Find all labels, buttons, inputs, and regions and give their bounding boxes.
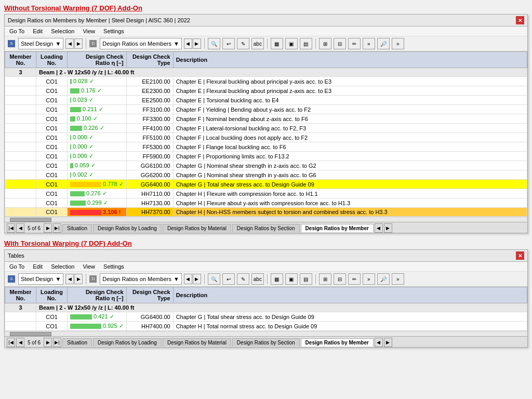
tab-item-2[interactable]: Design Ratios by Material <box>163 224 231 232</box>
toolbar-btn-5[interactable]: ▦ <box>271 38 283 49</box>
tab-last-btn[interactable]: ▶| <box>53 223 61 233</box>
table-row[interactable]: CO1 0.028 ✓ΕΕ2100.00Chapter E | Flexural… <box>5 77 527 86</box>
tab-item-4[interactable]: Design Ratios by Member <box>301 338 374 347</box>
tab-last-btn[interactable]: ▶| <box>53 338 61 347</box>
tab-prev-btn[interactable]: ◀ <box>16 338 24 347</box>
toolbar-btn-extra[interactable]: 🔎 <box>377 38 390 49</box>
top-close-button[interactable]: ✕ <box>516 16 524 24</box>
bottom-btn-10[interactable]: ✏ <box>348 273 361 285</box>
ratio-bar <box>70 201 86 206</box>
bottom-btn-extra[interactable]: 🔎 <box>377 273 390 285</box>
table-row[interactable]: CO1 0.000 ✓FF5100.00Chapter F | Local bu… <box>5 133 527 142</box>
col-member-no: MemberNo. <box>5 52 36 68</box>
tab-end-next[interactable]: ▶ <box>384 338 392 347</box>
menu-view[interactable]: View <box>81 28 97 35</box>
tab-prev-btn[interactable]: ◀ <box>16 223 24 233</box>
bottom-btn-9[interactable]: ⊟ <box>334 273 346 285</box>
table-row[interactable]: CO1 0.226 ✓FF4100.00Chapter F | Lateral-… <box>5 124 527 133</box>
tab-next-btn[interactable]: ▶ <box>44 338 52 347</box>
bottom-toolbar: S Steel Design ▼ ◀ ▶ D Design Ratios on … <box>5 272 527 287</box>
table-row[interactable]: CO1 0.925 ✓HH7400.00Chapter H | Total no… <box>5 322 527 331</box>
menu-selection[interactable]: Selection <box>49 28 76 35</box>
table-row[interactable]: CO1 0.421 ✓GG6400.00Chapter G | Total sh… <box>5 312 527 322</box>
bottom-btn-7[interactable]: ▤ <box>300 273 312 285</box>
table-row[interactable]: CO1 0.778 ✓GG6400.00Chapter G | Total sh… <box>5 180 527 189</box>
table-row[interactable]: CO1 0.276 ✓HH7110.00Chapter H | Flexure … <box>5 189 527 198</box>
steel-design-dropdown[interactable]: Steel Design ▼ <box>18 38 63 49</box>
toolbar-btn-10[interactable]: ✏ <box>348 38 361 49</box>
bottom-ratios-prev[interactable]: ◀ <box>184 274 192 284</box>
tab-item-1[interactable]: Design Ratios by Loading <box>93 338 162 347</box>
table-row[interactable]: CO1 0.100 ✓FF3300.00Chapter F | Nominal … <box>5 114 527 124</box>
toolbar-btn-3[interactable]: ✎ <box>237 38 249 49</box>
tab-next-btn[interactable]: ▶ <box>44 223 52 233</box>
top-data-table: MemberNo. LoadingNo. Design CheckRatio η… <box>5 51 527 217</box>
bottom-btn-3[interactable]: ✎ <box>237 273 249 285</box>
table-row[interactable]: CO1 0.059 ✓GG6100.00Chapter G | Nominal … <box>5 161 527 170</box>
tab-item-4[interactable]: Design Ratios by Member <box>301 224 374 232</box>
ratio-col: 0.778 ✓ <box>68 180 127 189</box>
bottom-menu-selection[interactable]: Selection <box>49 263 76 270</box>
bottom-menu-goto[interactable]: Go To <box>8 263 26 270</box>
menu-settings[interactable]: Settings <box>102 28 126 35</box>
table-row[interactable]: CO1 0.211 ✓FF3100.00Chapter F | Yielding… <box>5 105 527 114</box>
tab-first-btn[interactable]: |◀ <box>7 223 15 233</box>
tab-end-prev[interactable]: ◀ <box>375 338 383 347</box>
bottom-btn-8[interactable]: ⊞ <box>319 273 331 285</box>
member-col <box>5 152 36 161</box>
bottom-menu-view[interactable]: View <box>81 263 97 270</box>
bottom-ratios-next[interactable]: ▶ <box>193 274 201 284</box>
bottom-btn-4[interactable]: abc <box>251 273 264 285</box>
design-ratios-dropdown[interactable]: Design Ratios on Members ▼ <box>100 38 182 49</box>
tab-item-3[interactable]: Design Ratios by Section <box>232 338 300 347</box>
bottom-menu-edit[interactable]: Edit <box>31 263 44 270</box>
bottom-btn-more[interactable]: » <box>363 273 375 285</box>
bottom-steel-next[interactable]: ▶ <box>74 274 83 284</box>
type-col: FF5100.00 <box>126 133 173 142</box>
bottom-btn-more2[interactable]: » <box>392 273 404 285</box>
table-row[interactable]: CO1 3.106 !HH7370.00Chapter H | Non-HSS … <box>5 208 527 217</box>
ratios-prev-btn[interactable]: ◀ <box>184 38 192 49</box>
menu-goto[interactable]: Go To <box>8 28 26 35</box>
toolbar-btn-8[interactable]: ⊞ <box>319 38 331 49</box>
bottom-menubar: Go To Edit Selection View Settings <box>5 262 527 272</box>
tab-item-0[interactable]: Situation <box>62 338 92 347</box>
table-row[interactable]: CO1 0.023 ✓ΕΕ2500.00Chapter E | Torsiona… <box>5 96 527 105</box>
table-row[interactable]: CO1 0.000 ✓FF5300.00Chapter F | Flange l… <box>5 142 527 152</box>
steel-next-btn[interactable]: ▶ <box>74 38 83 49</box>
bottom-btn-1[interactable]: 🔍 <box>208 273 220 285</box>
table-row[interactable]: CO1 0.002 ✓GG6200.00Chapter G | Nominal … <box>5 170 527 180</box>
toolbar-btn-more2[interactable]: » <box>392 38 404 49</box>
tab-item-1[interactable]: Design Ratios by Loading <box>93 224 162 232</box>
toolbar-btn-1[interactable]: 🔍 <box>208 38 220 49</box>
bottom-steel-prev[interactable]: ◀ <box>65 274 74 284</box>
table-row[interactable]: CO1 0.176 ✓ΕΕ2300.00Chapter E | Flexural… <box>5 86 527 96</box>
tab-first-btn[interactable]: |◀ <box>7 338 15 347</box>
toolbar-btn-more[interactable]: » <box>363 38 375 49</box>
menu-edit[interactable]: Edit <box>31 28 44 35</box>
bottom-btn-6[interactable]: ▣ <box>285 273 298 285</box>
bottom-btn-5[interactable]: ▦ <box>271 273 283 285</box>
top-tabs-bar: |◀◀5 of 6▶▶|SituationDesign Ratios by Lo… <box>5 222 527 233</box>
tab-item-0[interactable]: Situation <box>62 224 92 232</box>
table-row[interactable]: CO1 0.299 ✓HH7130.00Chapter H | Flexure … <box>5 198 527 208</box>
ratios-next-btn[interactable]: ▶ <box>193 38 201 49</box>
bottom-scrollbar[interactable] <box>5 331 527 336</box>
bottom-design-dropdown[interactable]: Design Ratios on Members ▼ <box>100 273 182 285</box>
toolbar-btn-4[interactable]: abc <box>251 38 264 49</box>
tab-item-3[interactable]: Design Ratios by Section <box>232 224 300 232</box>
tab-end-prev[interactable]: ◀ <box>375 223 383 233</box>
bottom-menu-settings[interactable]: Settings <box>102 263 126 270</box>
tab-end-next[interactable]: ▶ <box>384 223 392 233</box>
bottom-steel-dropdown[interactable]: Steel Design ▼ <box>18 273 63 285</box>
toolbar-btn-7[interactable]: ▤ <box>300 38 312 49</box>
steel-prev-btn[interactable]: ◀ <box>65 38 74 49</box>
bottom-btn-2[interactable]: ↩ <box>222 273 235 285</box>
toolbar-btn-9[interactable]: ⊟ <box>334 38 346 49</box>
bottom-close-button[interactable]: ✕ <box>516 251 524 260</box>
tab-item-2[interactable]: Design Ratios by Material <box>163 338 231 347</box>
toolbar-btn-2[interactable]: ↩ <box>222 38 235 49</box>
table-row[interactable]: CO1 0.000 ✓FF5900.00Chapter F | Proporti… <box>5 152 527 161</box>
toolbar-btn-6[interactable]: ▣ <box>285 38 298 49</box>
top-scrollbar[interactable] <box>5 217 527 222</box>
